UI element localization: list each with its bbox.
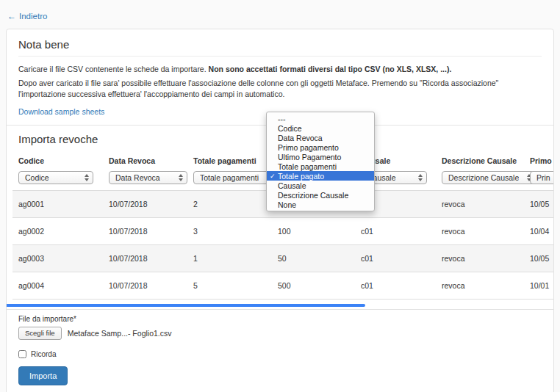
column-header-codice: Codice [12,155,103,169]
column-mapping-dropdown: --- Codice Data Revoca Primo pagamento U… [266,112,375,211]
cell: 50 [272,245,355,272]
column-select-descrizione-causale[interactable]: Descrizione Causale [442,171,536,184]
remember-option: Ricorda [18,350,542,358]
note-line-1: Caricare il file CSV contenente le sched… [18,64,542,74]
cell: revoca [436,218,524,245]
select-cell: Codice [12,169,103,191]
select-cell: Totale pagamenti [187,169,272,191]
cell: 10/07/2018 [103,191,187,218]
dropdown-option-label: None [278,200,296,209]
select-cell: Descrizione Causale [436,169,524,191]
back-link-label: Indietro [19,12,47,21]
cell: ag0003 [12,245,103,272]
dropdown-option-label: Data Revoca [278,134,323,142]
dropdown-option[interactable]: Codice [267,123,374,133]
remember-checkbox[interactable] [18,350,26,358]
dropdown-option[interactable]: Data Revoca [267,133,374,142]
cell: c01 [355,245,436,272]
title-divider [18,56,542,57]
cell: 10/05 [524,191,554,218]
cell: 100 [272,218,355,245]
file-input-row: Scegli file Metaface Samp...- Foglio1.cs… [18,327,542,340]
dropdown-option-selected[interactable]: ✓Totale pagato [267,171,374,181]
horizontal-scrollbar[interactable] [7,304,365,307]
select-cell: Data Revoca [103,169,187,191]
table-row: ag0003 10/07/2018 1 50 c01 revoca 10/05 [12,245,554,272]
import-table: Codice Data Revoca Totale pagamenti Caus… [12,155,554,300]
import-section: Importa revoche Codice Data Revoca Total… [7,126,553,392]
select-arrows-icon [85,174,89,181]
note-line-2: Dopo aver caricato il file sara' possibi… [18,78,542,99]
dropdown-option[interactable]: Primo pagamento [267,142,374,152]
cell: revoca [436,191,524,218]
cell: 10/07/2018 [103,272,187,300]
cell: 10/01 [524,272,554,300]
dropdown-option-label: --- [278,115,286,123]
dropdown-option-label: Primo pagamento [278,143,339,152]
cell: 1 [187,245,272,272]
column-header-descrizione-causale: Descrizione Causale [436,155,524,169]
dropdown-option[interactable]: --- [267,114,374,123]
select-value: Prin [536,173,550,182]
select-value: Totale pagamenti [200,173,259,182]
cell: 10/05 [524,245,554,272]
chosen-file-name: Metaface Samp...- Foglio1.csv [68,329,172,338]
select-arrows-icon [179,174,183,181]
column-header-totale-pagamenti: Totale pagamenti [187,155,272,169]
cell: 10/07/2018 [103,218,187,245]
table-divider [7,309,553,310]
column-header-primo: Primo [524,155,554,169]
cell: c01 [355,272,436,300]
select-value: Codice [25,173,49,182]
dropdown-option[interactable]: None [267,200,374,209]
dropdown-option-label: Descrizione Causale [278,191,348,200]
back-link[interactable]: ← Indietro [7,11,47,21]
mapping-selects-row: Codice Data Revoca Tot [12,169,554,191]
note-line-1-bold: Non sono accettati formati diversi dal t… [209,65,452,73]
note-title: Nota bene [18,38,542,51]
dropdown-option-label: Causale [278,181,306,190]
column-select-data-revoca[interactable]: Data Revoca [109,171,187,184]
cell: revoca [436,272,524,300]
select-cell: Prin [524,169,554,191]
column-select-primo[interactable]: Prin [530,171,554,184]
dropdown-option-label: Totale pagato [278,172,324,181]
cell: 5 [187,272,272,300]
cell: c01 [355,218,436,245]
dropdown-option[interactable]: Ultimo Pagamento [267,152,374,161]
cell: ag0002 [12,218,103,245]
checkmark-icon: ✓ [270,173,278,180]
cell: 2 [187,191,272,218]
page: ← Indietro Nota bene Caricare il file CS… [0,0,560,392]
cell: ag0004 [12,272,103,300]
choose-file-button[interactable]: Scegli file [18,327,62,340]
table-row: ag0004 10/07/2018 5 500 c01 revoca 10/01 [12,272,554,300]
cell: 10/07/2018 [103,245,187,272]
cell: revoca [436,245,524,272]
note-section: Nota bene Caricare il file CSV contenent… [7,29,553,125]
column-header-data-revoca: Data Revoca [103,155,187,169]
cell: 500 [272,272,355,300]
select-value: Data Revoca [115,173,160,182]
column-select-totale-pagamenti[interactable]: Totale pagamenti [193,171,276,184]
dropdown-option[interactable]: Causale [267,181,374,190]
dropdown-option[interactable]: Totale pagamenti [267,161,374,171]
download-sample-link[interactable]: Download sample sheets [18,107,104,116]
select-cell-open: --- Codice Data Revoca Primo pagamento U… [272,169,355,191]
select-arrows-icon [418,174,423,181]
import-button[interactable]: Importa [18,366,68,385]
cell: 3 [187,218,272,245]
note-line-1-text: Caricare il file CSV contenente le sched… [18,65,209,73]
remember-label: Ricorda [31,350,56,358]
back-arrow-icon: ← [7,11,16,21]
table-row: ag0002 10/07/2018 3 100 c01 revoca 10/04 [12,218,554,245]
file-input-label: File da importare* [18,315,542,323]
dropdown-option-label: Totale pagamenti [278,162,337,171]
select-value: Descrizione Causale [448,173,519,182]
import-card: Nota bene Caricare il file CSV contenent… [6,29,554,392]
cell: 10/04 [524,218,554,245]
dropdown-option-label: Ultimo Pagamento [278,153,341,161]
cell: ag0001 [12,191,103,218]
column-select-codice[interactable]: Codice [18,171,93,184]
dropdown-option[interactable]: Descrizione Causale [267,190,374,200]
